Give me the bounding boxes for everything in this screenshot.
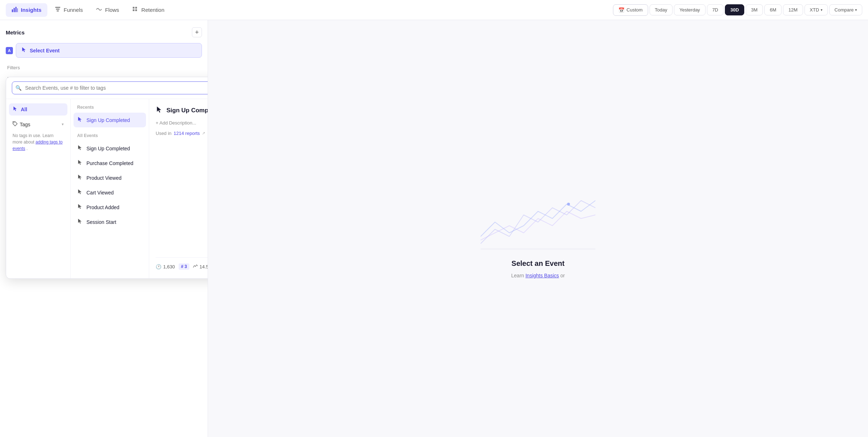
filters-label: Filters [7,65,201,70]
svg-rect-9 [133,9,135,11]
svg-rect-0 [12,9,13,12]
svg-point-11 [14,122,14,123]
top-nav: Insights Funnels Flows [0,0,868,20]
svg-rect-4 [55,7,60,8]
tab-funnels-label: Funnels [64,7,83,13]
metrics-header: Metrics + [6,27,202,37]
trend-icon [193,264,198,270]
event-item-product-added[interactable]: Product Added [74,200,146,215]
dropdown-body: All Tags ▾ [6,99,208,278]
stat-badge: # 3 [179,263,190,270]
footer-trend: 14.59K [193,264,208,270]
retention-icon [132,6,138,14]
recents-header: Recents [74,103,146,113]
date-30d-label: 30D [730,7,739,13]
event-sign-up-label: Sign Up Completed [86,146,130,151]
category-all-label: All [21,107,27,112]
used-in-label: Used in [156,131,171,136]
date-12m-label: 12M [788,7,797,13]
insights-icon [11,6,18,14]
tab-retention-label: Retention [141,7,164,13]
event-product-viewed-label: Product Viewed [86,175,122,181]
date-3m-btn[interactable]: 3M [746,4,763,15]
tab-flows-label: Flows [105,7,119,13]
svg-rect-1 [14,8,15,12]
tab-funnels[interactable]: Funnels [49,3,89,17]
metrics-title: Metrics [6,29,25,36]
event-item-purchase[interactable]: Purchase Completed [74,156,146,170]
category-panel: All Tags ▾ [6,99,71,278]
event-label: Sign Up Completed [86,117,130,123]
calendar-icon: 📅 [618,7,624,13]
date-today-label: Today [655,7,667,13]
event-session-start-label: Session Start [86,219,116,225]
tags-section: Tags ▾ No tags in use. Learn more about … [9,118,67,154]
date-compare-label: Compare [835,7,854,13]
date-yesterday-label: Yesterday [679,7,700,13]
xtd-chevron-icon: ▾ [821,8,822,12]
compare-chevron-icon: ▾ [855,8,857,12]
event-item-recent-sign-up[interactable]: Sign Up Completed [74,113,146,127]
date-30d-btn[interactable]: 30D [725,4,744,15]
chart-visual [481,179,595,251]
event-item-product-viewed[interactable]: Product Viewed [74,170,146,185]
date-yesterday-btn[interactable]: Yesterday [674,4,705,15]
search-dropdown: 🔍 + Create All [6,77,208,279]
svg-point-12 [567,203,570,206]
event-icon-cart-viewed [77,189,83,196]
main-layout: Metrics + A Select Event Filters Breakdo… [0,20,868,437]
date-3m-label: 3M [751,7,758,13]
reports-value: 1214 reports [174,131,200,136]
svg-rect-2 [15,7,16,12]
tab-insights-label: Insights [21,7,42,13]
nav-tabs: Insights Funnels Flows [6,3,170,17]
add-metric-button[interactable]: + [192,27,202,37]
svg-rect-10 [135,9,137,11]
add-description-button[interactable]: + Add Description... [156,120,208,126]
reports-arrow: ↗ [202,131,205,136]
select-event-label: Select Event [30,48,60,53]
event-item-cart-viewed[interactable]: Cart Viewed [74,185,146,200]
detail-footer: 🕐 1,630 # 3 14.59K ⋮ [156,257,208,271]
date-custom-btn[interactable]: 📅 Custom [613,4,648,16]
tab-retention[interactable]: Retention [126,3,170,17]
empty-state: Select an Event Learn Insights Basics or [481,179,595,278]
insights-basics-link[interactable]: Insights Basics [525,273,559,278]
search-bar: 🔍 + Create [6,77,208,99]
search-input-wrapper: 🔍 [12,81,208,94]
category-all[interactable]: All [9,103,67,116]
svg-rect-8 [135,7,137,9]
no-tags-text: No tags in use. Learn more about adding … [9,130,67,154]
date-7d-label: 7D [712,7,718,13]
event-item-sign-up[interactable]: Sign Up Completed [74,141,146,156]
date-7d-btn[interactable]: 7D [707,4,724,15]
metric-a-label: A [6,47,13,54]
detail-header: Sign Up Completed [156,106,208,114]
tab-flows[interactable]: Flows [90,3,125,17]
cursor-icon [21,47,27,54]
event-search-input[interactable] [12,81,208,94]
date-12m-btn[interactable]: 12M [783,4,803,15]
date-today-btn[interactable]: Today [650,4,673,15]
detail-event-icon [156,106,163,114]
date-xtd-label: XTD [810,7,819,13]
stat-time-value: 1,630 [163,264,175,269]
event-icon-product-added [77,204,83,211]
all-events-header: All Events [74,132,146,141]
event-item-session-start[interactable]: Session Start [74,215,146,229]
footer-stat-time: 🕐 1,630 [156,264,175,269]
funnels-icon [55,6,61,14]
tab-insights[interactable]: Insights [6,3,47,17]
tags-item[interactable]: Tags ▾ [9,118,67,130]
events-panel: Recents Sign Up Completed All Events [71,99,149,278]
empty-state-title: Select an Event [511,259,565,268]
event-icon-purchase [77,160,83,166]
clock-icon: 🕐 [156,264,161,269]
date-compare-btn[interactable]: Compare ▾ [829,4,862,15]
event-purchase-label: Purchase Completed [86,160,133,166]
event-icon-sign-up [77,145,83,152]
date-xtd-btn[interactable]: XTD ▾ [805,4,828,15]
select-event-button[interactable]: Select Event [16,43,202,58]
all-category-icon [13,106,18,113]
date-6m-btn[interactable]: 6M [764,4,782,15]
